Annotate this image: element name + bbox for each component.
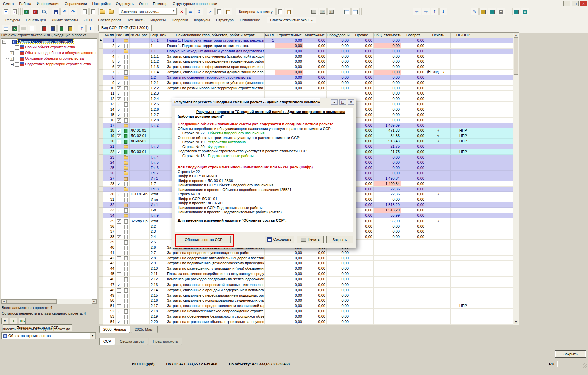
- paste-sheet-button[interactable]: [285, 8, 293, 15]
- update-ssr-button[interactable]: Обновить состав ССР: [177, 236, 231, 243]
- panel-button-11[interactable]: Оглавление: [237, 17, 263, 23]
- dialog-minimize-icon[interactable]: –: [331, 99, 338, 105]
- row-checkbox[interactable]: [117, 262, 121, 266]
- tree-item-checkbox[interactable]: [7, 40, 11, 44]
- tree-item-checkbox[interactable]: [15, 57, 19, 61]
- keyboard-layout-indicator[interactable]: RU: [546, 361, 558, 367]
- row-checkbox[interactable]: ✓: [117, 209, 121, 213]
- scroll-up-icon[interactable]: ▲: [514, 33, 518, 38]
- tree-item-checkbox[interactable]: [15, 45, 19, 50]
- row-checkbox[interactable]: ✓: [117, 71, 121, 75]
- table-row[interactable]: 2✓1Глава 1. Подготовка территории строит…: [99, 43, 519, 49]
- table-row[interactable]: 10✓1.2.2Затраты по разминированию террит…: [99, 86, 519, 91]
- layers-teal-button[interactable]: ≡: [521, 8, 529, 15]
- tree-item-checkbox[interactable]: [15, 51, 19, 55]
- view-tab-2[interactable]: Сводка затрат: [116, 338, 148, 345]
- maximize-icon[interactable]: □: [572, 1, 579, 6]
- row-checkbox[interactable]: ✓: [117, 92, 121, 96]
- column-header[interactable]: Возврат: [401, 33, 426, 38]
- catalog-red-button[interactable]: [40, 25, 48, 32]
- panel-button-4[interactable]: ЭСН: [81, 17, 95, 23]
- open-windows-button[interactable]: Список открытых окон▼: [267, 17, 316, 23]
- table-row[interactable]: 412.7Затраты на проведение пусконаладочн…: [99, 250, 519, 256]
- close-window-button[interactable]: Закрыть: [555, 350, 586, 358]
- catalog-blue-button[interactable]: [49, 25, 57, 32]
- column-header[interactable]: № см. рас.: [130, 33, 150, 38]
- folder-open-button[interactable]: [98, 8, 106, 15]
- paste-button[interactable]: [224, 8, 232, 15]
- estimate-link[interactable]: Подготовительные работы: [208, 154, 254, 158]
- row-checkbox[interactable]: [117, 299, 121, 303]
- table-row[interactable]: 7✓1.1.4Затраты, связанные с подготовкой …: [99, 70, 519, 75]
- row-checkbox[interactable]: [117, 241, 121, 245]
- row-checkbox[interactable]: ✓: [117, 219, 121, 224]
- row-checkbox[interactable]: ✓: [117, 86, 121, 91]
- column-header[interactable]: Печать: [426, 33, 451, 38]
- table-row[interactable]: 462.12Компенсация расходов предприятиям …: [99, 277, 519, 282]
- copy-button[interactable]: [215, 8, 223, 15]
- table-row[interactable]: 6✓1.1.3Затраты, связанные с оформлением …: [99, 64, 519, 70]
- pdf-export-button[interactable]: P: [31, 8, 39, 15]
- row-checkbox[interactable]: ✓: [117, 320, 121, 324]
- tree-item-3[interactable]: +Объекты подсобного и обслуживающего наз…: [1, 50, 97, 56]
- row-checkbox[interactable]: [117, 304, 121, 309]
- table-row[interactable]: 81.2Затраты по освоению территории строи…: [99, 75, 519, 80]
- row-checkbox[interactable]: ✓: [117, 294, 121, 298]
- row-checkbox[interactable]: ✓: [117, 193, 121, 197]
- column-header[interactable]: Общ. стоимость: [374, 33, 401, 38]
- menu-item-5[interactable]: Настройки: [90, 0, 113, 7]
- table-row[interactable]: 31.1Получение исходных данных и условий …: [99, 49, 519, 54]
- export-doc-button[interactable]: →: [81, 8, 89, 15]
- table-row[interactable]: 532.19Затраты на обеспечение безопасност…: [99, 314, 519, 319]
- row-checkbox[interactable]: ✓: [117, 150, 121, 154]
- table-row[interactable]: 442.10Затраты по размещению, утилизации …: [99, 266, 519, 271]
- panel-button-2[interactable]: Панель цен: [23, 17, 49, 23]
- menu-item-2[interactable]: Работа: [16, 0, 34, 7]
- row-checkbox[interactable]: [117, 246, 121, 250]
- docs-teal-button[interactable]: [512, 8, 520, 15]
- table-row[interactable]: 11✓1.2.30,000,000,00: [99, 91, 519, 96]
- row-checkbox[interactable]: ✓: [117, 310, 121, 314]
- table-row[interactable]: 482.14Затраты, связанные с арендой и сод…: [99, 288, 519, 293]
- redo-button[interactable]: ↷: [69, 8, 77, 15]
- view-tab-3[interactable]: Предпросмотр: [149, 338, 182, 345]
- pencil-button[interactable]: ✎: [471, 8, 479, 15]
- row-checkbox[interactable]: ✓: [117, 283, 121, 287]
- row-checkbox[interactable]: ✓: [117, 140, 121, 144]
- column-header[interactable]: Оборудование: [327, 33, 350, 38]
- panel-button-6[interactable]: Тех. часть: [124, 17, 147, 23]
- excel-export-button[interactable]: X: [22, 8, 30, 15]
- row-checkbox[interactable]: [117, 256, 121, 261]
- table-row[interactable]: 52✓2.18Затраты на научно-техническое соп…: [99, 309, 519, 314]
- column-header[interactable]: Монтажные: [303, 33, 327, 38]
- column-header[interactable]: Тип: [122, 33, 130, 38]
- clear-row-type-button[interactable]: ×: [178, 8, 186, 15]
- import-estimate-button[interactable]: ↓: [11, 8, 19, 15]
- print-form-button[interactable]: F: [327, 8, 335, 15]
- panel-button-8[interactable]: Поправки: [169, 17, 191, 23]
- row-checkbox[interactable]: [117, 267, 121, 271]
- column-header[interactable]: Строительные: [275, 33, 303, 38]
- excel2-button[interactable]: X: [11, 25, 19, 32]
- row-checkbox[interactable]: [117, 225, 121, 229]
- close-icon[interactable]: ×: [580, 1, 587, 6]
- ssr-view-combo[interactable]: Вид ССРЕРКР (ТСН-2001): [98, 25, 152, 31]
- tree-horizontal-scrollbar[interactable]: ◄ ►: [1, 299, 97, 304]
- row-checkbox[interactable]: ✓: [117, 182, 121, 186]
- indent-right-button[interactable]: →: [422, 8, 430, 15]
- row-checkbox[interactable]: ✓: [117, 113, 121, 117]
- tree-item-2[interactable]: Новый объект строительства: [1, 44, 97, 50]
- column-header-blank[interactable]: [99, 33, 103, 38]
- print-button[interactable]: [310, 8, 318, 15]
- tree-item-5[interactable]: +Подготовка территории строительства: [1, 61, 97, 67]
- estimate-link[interactable]: Фундамент: [208, 145, 227, 149]
- menu-item-8[interactable]: Помощь: [150, 0, 170, 7]
- menu-item-7[interactable]: Окно: [136, 0, 150, 7]
- menu-item-9[interactable]: Структурные справочники: [170, 0, 220, 7]
- menu-item-1[interactable]: Смета: [0, 0, 16, 7]
- scroll-left-icon[interactable]: ◄: [1, 299, 6, 304]
- menu-item-3[interactable]: Информация: [34, 0, 62, 7]
- menu-item-4[interactable]: Справочники: [62, 0, 90, 7]
- tree-item-1[interactable]: −Здание спортивного комплекса: [1, 39, 97, 44]
- row-checkbox[interactable]: [117, 278, 121, 282]
